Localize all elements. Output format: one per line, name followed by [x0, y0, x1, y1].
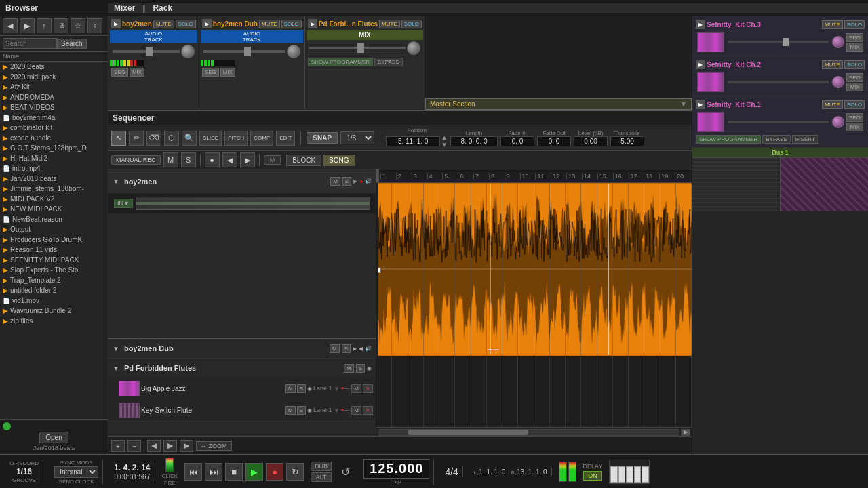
baj-icon[interactable]: ◉	[307, 386, 312, 392]
edit-btn[interactable]: EDIT	[276, 131, 295, 146]
track3-mute-btn[interactable]: MUTE	[379, 20, 400, 28]
track1-seg-btn[interactable]: SEG	[111, 68, 128, 77]
browser-item-jan/2018-beats[interactable]: ▶Jan/2018 beats	[0, 174, 108, 184]
ksf-m2-btn[interactable]: M	[351, 406, 361, 415]
position-input[interactable]	[386, 136, 440, 146]
r-ch1-knob[interactable]	[832, 116, 844, 128]
dub-icon1[interactable]: ▶	[353, 346, 357, 352]
slice-btn[interactable]: SLICE	[199, 131, 222, 146]
cursor-tool-btn[interactable]: ↖	[111, 131, 126, 146]
browser-item-intro.mp4[interactable]: 📄intro.mp4	[0, 163, 108, 174]
browser-item-jimmie_stems_130bpm-[interactable]: ▶Jimmie_stems_130bpm-	[0, 184, 108, 194]
browser-item-wavruunrz-bundle-2[interactable]: ▶Wavruunrz Bundle 2	[0, 306, 108, 316]
browser-item-beat-videos[interactable]: ▶BEAT VIDEOS	[0, 102, 108, 113]
browser-item-hi-hat-midi2[interactable]: ▶Hi-Hat Midi2	[0, 153, 108, 163]
block-btn[interactable]: BLOCK	[286, 155, 321, 166]
r-ch3-knob[interactable]	[832, 36, 844, 48]
browser-item-combinator-kit[interactable]: ▶combinator kit	[0, 123, 108, 133]
dub-icon2[interactable]: ◀	[359, 346, 363, 352]
pos-up-btn[interactable]: ▲	[441, 134, 448, 141]
dub-vol-icon[interactable]: 🔊	[365, 346, 372, 352]
boy2men-m-btn[interactable]: M	[330, 177, 340, 186]
comp-btn[interactable]: COMP	[250, 131, 273, 146]
browser-desktop-btn[interactable]: 🖥	[54, 18, 68, 33]
track2-mute-btn[interactable]: MUTE	[259, 20, 280, 28]
s-btn[interactable]: S	[181, 152, 196, 167]
track2-solo-btn[interactable]: SOLO	[281, 20, 302, 28]
search-input[interactable]	[3, 38, 57, 49]
r-ch1-mute-btn[interactable]: MUTE	[822, 100, 843, 109]
browser-item-output[interactable]: ▶Output	[0, 224, 108, 235]
quantize-selector[interactable]: 1/8 1/4 1/16	[340, 131, 374, 144]
bypass-btn[interactable]: BYPASS	[374, 58, 402, 66]
baj-x-btn[interactable]: ✕	[363, 384, 373, 393]
boy2men-s-btn[interactable]: S	[342, 177, 351, 186]
browser-item-boy2men.m4a[interactable]: 📄boy2men.m4a	[0, 113, 108, 123]
track1-fader[interactable]	[113, 50, 180, 53]
baj-m-btn[interactable]: M	[285, 384, 296, 393]
r-show-programmer-btn[interactable]: SHOW PROGRAMMER	[696, 135, 761, 144]
r-ch2-knob[interactable]	[832, 76, 844, 88]
browser-item-g.o.t-stems_128bpm_d[interactable]: ▶G.O.T Stems_128bpm_D	[0, 143, 108, 153]
zoom-in-btn[interactable]: +	[111, 440, 125, 452]
lasso-tool-btn[interactable]: ⬡	[164, 131, 179, 146]
flutes-icon1[interactable]: ◉	[367, 365, 372, 371]
track2-mix-btn[interactable]: MIX	[220, 68, 235, 77]
dub-btn[interactable]: DUB	[311, 462, 332, 471]
ksf-dropdown[interactable]: ▼	[334, 407, 340, 414]
zoom-out-btn[interactable]: −	[127, 440, 141, 452]
track3-fader[interactable]	[309, 47, 406, 49]
track1-knob[interactable]	[181, 45, 195, 58]
show-programmer-btn[interactable]: SHOW PROGRAMMER	[308, 58, 373, 66]
boy2men-icon1[interactable]: ▶	[353, 178, 357, 184]
r-ch2-mute-btn[interactable]: MUTE	[822, 60, 843, 69]
browser-item-2020-beats[interactable]: ▶2020 Beats	[0, 62, 108, 72]
zoom-tool-btn[interactable]: 🔍	[182, 131, 197, 146]
r-ch1-mix-btn[interactable]: MIX	[846, 123, 863, 131]
stop-btn[interactable]: ■	[225, 463, 243, 481]
snap-button[interactable]: SNAP	[307, 132, 338, 144]
expand-arrow[interactable]: ▼	[113, 178, 119, 185]
baj-s-btn[interactable]: S	[297, 384, 306, 393]
record-arm-btn[interactable]: ●	[205, 152, 220, 167]
ksf-s-btn[interactable]: S	[297, 406, 306, 415]
flutes-expand-arrow[interactable]: ▼	[113, 365, 119, 372]
browser-item-afz-kit[interactable]: ▶Afz Kit	[0, 82, 108, 92]
fade-in-input[interactable]	[500, 136, 534, 146]
arrow-left-seq-btn[interactable]: ◀	[222, 152, 237, 167]
browser-up-btn[interactable]: ↑	[37, 18, 52, 33]
browser-star-btn[interactable]: ☆	[71, 18, 85, 33]
browser-item-producers-goto-drumk[interactable]: ▶Producers GoTo DrumK	[0, 235, 108, 245]
r-ch2-solo-btn[interactable]: SOLO	[844, 60, 865, 69]
r-ch1-play-btn[interactable]: ▶	[696, 100, 705, 109]
dub-s-btn[interactable]: S	[342, 344, 351, 353]
alt-btn[interactable]: ALT	[311, 472, 332, 482]
track3-play-btn[interactable]: ▶	[308, 19, 317, 28]
browser-item-slap-experts---the-sto[interactable]: ▶Slap Experts - The Sto	[0, 265, 108, 275]
r-ch1-seg-btn[interactable]: SEG	[846, 113, 863, 122]
dub-m-btn[interactable]: M	[330, 344, 340, 353]
browser-item-vid1.mov[interactable]: 📄vid1.mov	[0, 296, 108, 306]
transpose-input[interactable]	[610, 136, 644, 146]
browser-item-midi-pack-v2[interactable]: ▶MIDI PACK V2	[0, 194, 108, 204]
pencil-tool-btn[interactable]: ✏	[129, 131, 144, 146]
sync-selector[interactable]: Internal External	[54, 466, 98, 478]
browser-item-newbeat.reason[interactable]: 📄NewBeat.reason	[0, 214, 108, 224]
r-ch2-seg-btn[interactable]: SEG	[846, 73, 863, 82]
browser-item-zip-files[interactable]: ▶zip files	[0, 316, 108, 326]
r-ch1-fader[interactable]	[728, 121, 829, 123]
browser-forward-btn[interactable]: ▶	[20, 18, 35, 33]
level-input[interactable]	[574, 136, 608, 146]
boy2men-rec-btn[interactable]: ●	[359, 178, 363, 184]
fast-forward-btn[interactable]: ⏭	[205, 463, 222, 481]
r-insert-btn[interactable]: INSERT	[792, 135, 818, 144]
pitch-btn[interactable]: PITCH	[224, 131, 248, 146]
track1-mix-btn[interactable]: MIX	[130, 68, 144, 77]
scroll-right-play2-btn[interactable]: ▶	[180, 440, 193, 452]
flutes-m-btn[interactable]: M	[344, 364, 354, 373]
flutes-s-btn[interactable]: S	[356, 364, 365, 373]
ksf-icon[interactable]: ◉	[307, 407, 312, 413]
track2-knob[interactable]	[287, 45, 300, 58]
browser-item-exode-bundle[interactable]: ▶exode bundle	[0, 133, 108, 143]
loop-btn[interactable]: ↻	[286, 463, 304, 481]
